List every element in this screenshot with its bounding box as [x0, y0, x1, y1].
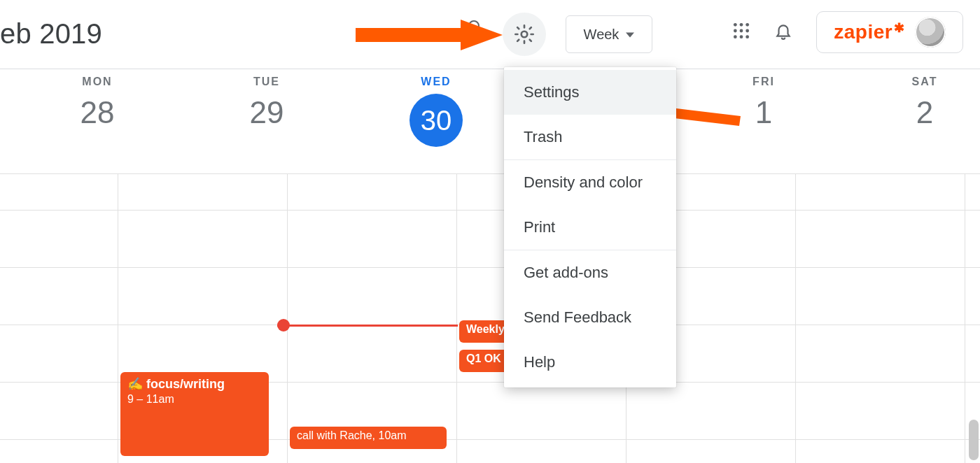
- grid-line: [965, 173, 965, 463]
- settings-menu: Settings Trash Density and color Print G…: [504, 67, 676, 387]
- zapier-logo-text: zapier: [834, 21, 892, 43]
- grid-line: [795, 173, 796, 463]
- zapier-logo: zapier ✱: [834, 21, 904, 43]
- day-header-fri[interactable]: FRI 1: [679, 76, 848, 173]
- grid-line: [118, 173, 118, 463]
- view-switch-label: Week: [584, 27, 620, 43]
- menu-item-print[interactable]: Print: [504, 205, 676, 250]
- grid-line: [456, 173, 457, 463]
- dow-label: MON: [82, 76, 112, 88]
- menu-item-trash[interactable]: Trash: [504, 115, 676, 159]
- svg-point-4: [740, 23, 743, 27]
- page-title: eb 2019: [0, 18, 102, 50]
- menu-item-help[interactable]: Help: [504, 340, 676, 385]
- day-header-sat[interactable]: SAT 2: [840, 76, 980, 173]
- view-switch[interactable]: Week: [566, 15, 652, 53]
- event-title: Weekly: [466, 323, 505, 335]
- avatar: [915, 17, 946, 48]
- day-header-tue[interactable]: TUE 29: [182, 76, 351, 173]
- svg-point-0: [469, 21, 479, 31]
- svg-point-2: [522, 31, 528, 38]
- now-indicator-line: [277, 325, 458, 327]
- gear-icon: [503, 13, 546, 56]
- svg-point-9: [734, 35, 737, 38]
- svg-point-11: [746, 35, 749, 38]
- now-indicator-dot: [277, 319, 290, 332]
- scrollbar[interactable]: [969, 420, 979, 460]
- topbar: eb 2019 Week: [0, 0, 980, 69]
- svg-point-8: [746, 29, 749, 33]
- event-title: Q1 OK: [466, 352, 501, 364]
- calendar-grid[interactable]: ✍️ focus/writing 9 – 11am call with Rach…: [0, 173, 980, 463]
- event-time: 9 – 11am: [127, 393, 262, 406]
- day-header-wed[interactable]: WED 30: [351, 76, 521, 173]
- chevron-down-icon: [626, 27, 634, 43]
- bell-icon: [774, 20, 792, 41]
- apps-button[interactable]: [732, 22, 750, 43]
- apps-icon: [732, 22, 750, 40]
- event-call[interactable]: call with Rache, 10am: [290, 427, 447, 449]
- grid-line: [0, 210, 980, 211]
- dow-label: WED: [421, 76, 451, 88]
- dow-label: TUE: [253, 76, 280, 88]
- grid-line: [0, 173, 980, 174]
- day-number-today: 30: [410, 94, 463, 147]
- notifications-button[interactable]: [774, 20, 792, 44]
- grid-line: [0, 267, 980, 268]
- svg-point-10: [740, 35, 743, 38]
- day-number: 28: [80, 95, 115, 130]
- menu-item-settings[interactable]: Settings: [504, 70, 676, 115]
- zapier-account-chip[interactable]: zapier ✱: [816, 11, 963, 53]
- day-number: 1: [755, 95, 772, 130]
- search-button[interactable]: [461, 13, 489, 41]
- topbar-right: zapier ✱: [732, 11, 963, 53]
- topbar-divider: [0, 69, 980, 69]
- day-number: 2: [916, 95, 933, 130]
- settings-button[interactable]: [503, 13, 546, 56]
- svg-point-3: [734, 23, 737, 27]
- search-icon: [461, 13, 489, 41]
- dow-label: FRI: [752, 76, 775, 88]
- svg-line-1: [478, 30, 482, 34]
- event-focus-writing[interactable]: ✍️ focus/writing 9 – 11am: [120, 372, 269, 456]
- day-headers: MON 28 TUE 29 WED 30 FRI 1 SAT 2: [0, 76, 980, 173]
- menu-item-addons[interactable]: Get add-ons: [504, 250, 676, 295]
- svg-point-5: [746, 23, 749, 27]
- svg-point-6: [734, 29, 737, 33]
- event-title: ✍️ focus/writing: [127, 377, 225, 391]
- grid-line: [287, 173, 288, 463]
- day-number: 29: [250, 95, 284, 130]
- day-header-mon[interactable]: MON 28: [13, 76, 182, 173]
- menu-item-density[interactable]: Density and color: [504, 160, 676, 205]
- dow-label: SAT: [912, 76, 938, 88]
- menu-item-feedback[interactable]: Send Feedback: [504, 295, 676, 340]
- svg-point-7: [740, 29, 743, 33]
- event-title: call with Rache, 10am: [297, 429, 407, 441]
